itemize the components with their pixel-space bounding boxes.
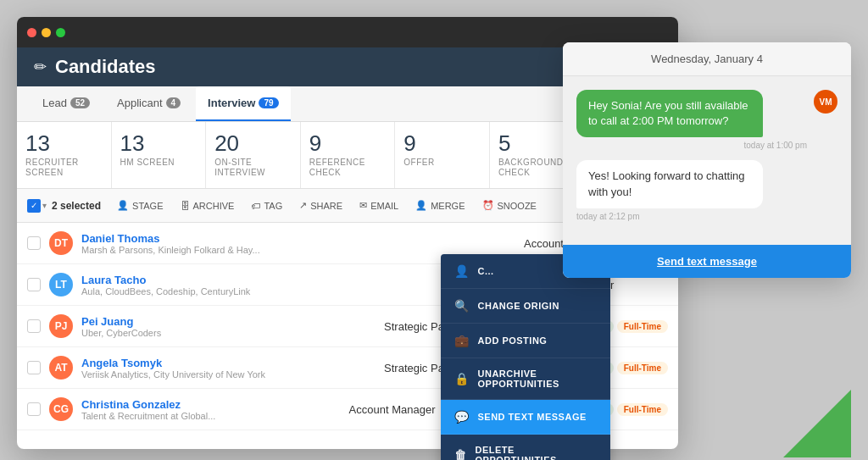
share-icon: ↗ [299,200,307,211]
share-button[interactable]: ↗ SHARE [292,196,350,215]
merge-button[interactable]: 👤 MERGE [408,196,472,215]
chat-panel: Wednesday, January 4 Hey Sonia! Are you … [563,42,851,278]
stage-recruiter-screen[interactable]: 13 RECRUITERSCREEN [17,122,112,188]
incoming-time: today at 2:12 pm [576,212,837,221]
maximize-dot[interactable] [56,28,65,37]
screenshot-wrapper: ✏ Candidates Lead 52 Applicant 4 Intervi… [17,17,851,457]
merge-icon: 👤 [415,200,427,211]
tab-interview[interactable]: Interview 79 [196,86,290,121]
merge-label: MERGE [431,201,465,211]
tab-applicant-label: Applicant [117,97,162,109]
chat-message-incoming: Yes! Looking forward to chatting with yo… [576,160,837,220]
candidate-checkbox[interactable] [27,319,41,333]
stage-icon: 👤 [117,200,129,211]
hm-screen-count: 13 [120,132,198,154]
archive-button[interactable]: 🗄 ARCHIVE [173,197,242,215]
reference-label: REFERENCECHECK [309,158,387,178]
candidate-info: Daniel Thomas Marsh & Parsons, Kinleigh … [81,232,515,255]
menu-add-posting-label: ADD POSTING [478,335,548,346]
snooze-label: SNOOZE [498,201,537,211]
avatar: PJ [49,314,73,338]
candidate-info: Christina Gonzalez Talent & Recruitment … [81,398,341,421]
select-all-checkbox[interactable]: ✓ [27,199,41,213]
archive-icon: 🗄 [181,201,190,211]
candidate-icon: 👤 [454,264,470,278]
context-menu: 👤 C... 🔍 CHANGE ORIGIN 💼 ADD POSTING 🔒 U… [441,254,610,460]
candidate-checkbox[interactable] [27,236,41,250]
email-button[interactable]: ✉ EMAIL [352,196,406,215]
snooze-button[interactable]: ⏰ SNOOZE [475,196,544,215]
tag-pill: Full-Time [617,403,668,416]
menu-delete-label: DELETE OPPORTUNITIES [476,445,598,460]
menu-item-unarchive[interactable]: 🔒 UNARCHIVE OPPORTUNITIES [441,358,610,400]
offer-label: OFFER [403,158,481,168]
onsite-count: 20 [214,132,292,154]
archive-label: ARCHIVE [193,201,235,211]
candidate-name: Angela Tsomyk [81,357,376,369]
menu-item-send-text[interactable]: 💬 SEND TEXT MESSAGE [441,400,610,435]
tag-pill: Full-Time [617,320,668,333]
menu-unarchive-label: UNARCHIVE OPPORTUNITIES [478,369,598,389]
recruiter-screen-label: RECRUITERSCREEN [25,158,103,178]
tag-pill: Full-Time [617,362,668,374]
stage-offer[interactable]: 9 OFFER [395,122,490,188]
outgoing-time: today at 1:00 pm [576,141,807,150]
tab-applicant[interactable]: Applicant 4 [105,86,192,121]
reference-count: 9 [309,132,387,154]
stage-hm-screen[interactable]: 13 HM SCREEN [112,122,207,188]
candidate-company: Uber, CyberCoders [81,328,376,338]
menu-item-delete[interactable]: 🗑 DELETE OPPORTUNITIES [441,435,610,460]
tab-applicant-badge: 4 [166,97,181,108]
stage-button[interactable]: 👤 STAGE [109,196,170,215]
tag-icon: 🏷 [251,201,260,211]
snooze-icon: ⏰ [482,200,494,211]
tab-interview-badge: 79 [259,97,278,108]
tab-lead[interactable]: Lead 52 [31,86,102,121]
menu-item-change-origin[interactable]: 🔍 CHANGE ORIGIN [441,289,610,324]
avatar: CG [49,397,73,421]
stage-onsite-interview[interactable]: 20 ON-SITEINTERVIEW [206,122,301,188]
send-text-message-button[interactable]: Send text message [563,245,851,278]
candidate-checkbox[interactable] [27,402,41,416]
candidate-info: Pei Juang Uber, CyberCoders [81,315,376,338]
candidate-checkbox[interactable] [27,278,41,291]
tab-lead-badge: 52 [70,97,90,108]
candidate-company: Marsh & Parsons, Kinleigh Folkard & Hay.… [81,245,515,255]
unarchive-icon: 🔒 [454,372,470,385]
incoming-bubble: Yes! Looking forward to chatting with yo… [576,160,763,208]
recruiter-screen-count: 13 [25,132,103,154]
close-dot[interactable] [27,28,36,37]
offer-count: 9 [403,132,481,154]
candidate-name: Daniel Thomas [81,232,515,245]
tag-label: TAG [264,201,282,211]
menu-change-origin-label: CHANGE ORIGIN [478,301,559,311]
onsite-label: ON-SITEINTERVIEW [214,158,292,178]
candidate-company: Talent & Recruitment at Global... [81,411,341,421]
chat-message-outgoing: Hey Sonia! Are you still available to ca… [576,90,837,150]
selected-count: 2 selected [52,200,101,212]
menu-item-add-posting[interactable]: 💼 ADD POSTING [441,324,610,358]
stage-reference-check[interactable]: 9 REFERENCECHECK [301,122,396,188]
email-label: EMAIL [370,201,398,211]
candidate-company: Veriisk Analytics, City University of Ne… [81,369,376,380]
origin-icon: 🔍 [454,299,470,313]
app-title: Candidates [55,56,156,78]
stage-label: STAGE [132,201,163,211]
candidate-name: Pei Juang [81,315,376,328]
candidate-checkbox[interactable] [27,361,41,374]
candidate-info: Angela Tsomyk Veriisk Analytics, City Un… [81,357,376,380]
menu-send-text-label: SEND TEXT MESSAGE [478,412,587,422]
tag-button[interactable]: 🏷 TAG [243,197,290,215]
send-text-icon: 💬 [454,410,470,424]
minimize-dot[interactable] [42,28,51,37]
chat-date: Wednesday, January 4 [563,42,851,76]
avatar: DT [49,231,73,255]
green-triangle-decoration [783,390,851,457]
select-chevron[interactable]: ▾ [42,201,47,210]
edit-icon: ✏ [34,58,47,76]
hm-screen-label: HM SCREEN [120,158,198,168]
tab-interview-label: Interview [208,97,255,109]
sender-avatar: VM [814,90,837,114]
chat-footer: Send text message [563,245,851,278]
chat-messages: Hey Sonia! Are you still available to ca… [563,76,851,245]
